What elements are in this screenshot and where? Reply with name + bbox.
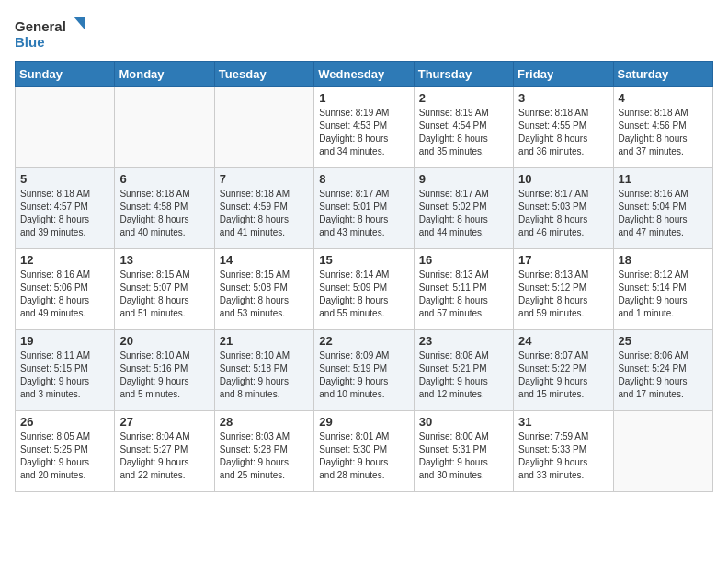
calendar-cell [613, 411, 712, 492]
day-number: 5 [20, 172, 109, 186]
weekday-header-wednesday: Wednesday [314, 62, 414, 87]
calendar-cell: 2Sunrise: 8:19 AM Sunset: 4:54 PM Daylig… [414, 87, 513, 168]
calendar-cell: 25Sunrise: 8:06 AM Sunset: 5:24 PM Dayli… [613, 330, 712, 411]
calendar-cell: 4Sunrise: 8:18 AM Sunset: 4:56 PM Daylig… [613, 87, 712, 168]
day-info: Sunrise: 8:18 AM Sunset: 4:59 PM Dayligh… [220, 188, 309, 239]
calendar-cell: 13Sunrise: 8:15 AM Sunset: 5:07 PM Dayli… [115, 249, 214, 330]
day-info: Sunrise: 8:16 AM Sunset: 5:06 PM Dayligh… [20, 269, 109, 320]
day-number: 23 [419, 334, 508, 348]
day-info: Sunrise: 8:10 AM Sunset: 5:18 PM Dayligh… [220, 350, 309, 401]
calendar-cell: 28Sunrise: 8:03 AM Sunset: 5:28 PM Dayli… [214, 411, 313, 492]
day-info: Sunrise: 8:15 AM Sunset: 5:08 PM Dayligh… [220, 269, 309, 320]
day-info: Sunrise: 8:19 AM Sunset: 4:53 PM Dayligh… [319, 107, 408, 158]
calendar-cell: 18Sunrise: 8:12 AM Sunset: 5:14 PM Dayli… [613, 249, 712, 330]
day-info: Sunrise: 8:18 AM Sunset: 4:56 PM Dayligh… [619, 107, 708, 158]
calendar-cell: 30Sunrise: 8:00 AM Sunset: 5:31 PM Dayli… [414, 411, 513, 492]
calendar-cell: 24Sunrise: 8:07 AM Sunset: 5:22 PM Dayli… [514, 330, 613, 411]
calendar-cell: 20Sunrise: 8:10 AM Sunset: 5:16 PM Dayli… [115, 330, 214, 411]
weekday-header-row: SundayMondayTuesdayWednesdayThursdayFrid… [16, 62, 713, 87]
day-number: 26 [20, 415, 109, 429]
day-info: Sunrise: 8:11 AM Sunset: 5:15 PM Dayligh… [20, 350, 109, 401]
calendar-cell: 5Sunrise: 8:18 AM Sunset: 4:57 PM Daylig… [16, 168, 115, 249]
weekday-header-friday: Friday [514, 62, 613, 87]
calendar-cell: 10Sunrise: 8:17 AM Sunset: 5:03 PM Dayli… [514, 168, 613, 249]
day-number: 29 [319, 415, 408, 429]
day-info: Sunrise: 8:16 AM Sunset: 5:04 PM Dayligh… [619, 188, 708, 239]
calendar-cell: 14Sunrise: 8:15 AM Sunset: 5:08 PM Dayli… [214, 249, 313, 330]
day-info: Sunrise: 8:01 AM Sunset: 5:30 PM Dayligh… [319, 431, 408, 482]
day-info: Sunrise: 8:18 AM Sunset: 4:55 PM Dayligh… [518, 107, 608, 158]
calendar-cell: 31Sunrise: 7:59 AM Sunset: 5:33 PM Dayli… [514, 411, 613, 492]
day-number: 13 [119, 253, 209, 267]
day-info: Sunrise: 8:13 AM Sunset: 5:12 PM Dayligh… [518, 269, 608, 320]
day-info: Sunrise: 8:09 AM Sunset: 5:19 PM Dayligh… [319, 350, 408, 401]
calendar-cell: 27Sunrise: 8:04 AM Sunset: 5:27 PM Dayli… [115, 411, 214, 492]
day-number: 28 [220, 415, 309, 429]
day-info: Sunrise: 8:18 AM Sunset: 4:58 PM Dayligh… [119, 188, 209, 239]
calendar: SundayMondayTuesdayWednesdayThursdayFrid… [15, 61, 713, 492]
calendar-cell [214, 87, 313, 168]
svg-text:Blue: Blue [15, 34, 45, 50]
svg-marker-2 [74, 17, 85, 29]
day-number: 7 [220, 172, 309, 186]
day-info: Sunrise: 8:08 AM Sunset: 5:21 PM Dayligh… [419, 350, 508, 401]
calendar-cell: 11Sunrise: 8:16 AM Sunset: 5:04 PM Dayli… [613, 168, 712, 249]
calendar-cell: 23Sunrise: 8:08 AM Sunset: 5:21 PM Dayli… [414, 330, 513, 411]
day-number: 30 [419, 415, 508, 429]
page-header: GeneralBlue [15, 15, 713, 52]
day-info: Sunrise: 8:04 AM Sunset: 5:27 PM Dayligh… [119, 431, 209, 482]
calendar-cell: 6Sunrise: 8:18 AM Sunset: 4:58 PM Daylig… [115, 168, 214, 249]
day-info: Sunrise: 8:05 AM Sunset: 5:25 PM Dayligh… [20, 431, 109, 482]
day-info: Sunrise: 8:06 AM Sunset: 5:24 PM Dayligh… [619, 350, 708, 401]
logo-icon: GeneralBlue [15, 15, 88, 52]
day-number: 6 [119, 172, 209, 186]
weekday-header-thursday: Thursday [414, 62, 513, 87]
day-info: Sunrise: 8:07 AM Sunset: 5:22 PM Dayligh… [518, 350, 608, 401]
calendar-week-row: 1Sunrise: 8:19 AM Sunset: 4:53 PM Daylig… [16, 87, 713, 168]
calendar-cell: 29Sunrise: 8:01 AM Sunset: 5:30 PM Dayli… [314, 411, 414, 492]
day-info: Sunrise: 8:12 AM Sunset: 5:14 PM Dayligh… [619, 269, 708, 320]
day-info: Sunrise: 8:19 AM Sunset: 4:54 PM Dayligh… [419, 107, 508, 158]
day-info: Sunrise: 8:17 AM Sunset: 5:02 PM Dayligh… [419, 188, 508, 239]
calendar-cell: 12Sunrise: 8:16 AM Sunset: 5:06 PM Dayli… [16, 249, 115, 330]
day-info: Sunrise: 8:18 AM Sunset: 4:57 PM Dayligh… [20, 188, 109, 239]
day-number: 14 [220, 253, 309, 267]
day-info: Sunrise: 8:14 AM Sunset: 5:09 PM Dayligh… [319, 269, 408, 320]
calendar-cell [16, 87, 115, 168]
day-info: Sunrise: 8:17 AM Sunset: 5:01 PM Dayligh… [319, 188, 408, 239]
day-number: 19 [20, 334, 109, 348]
day-number: 12 [20, 253, 109, 267]
weekday-header-tuesday: Tuesday [214, 62, 313, 87]
calendar-cell [115, 87, 214, 168]
day-number: 24 [518, 334, 608, 348]
day-number: 8 [319, 172, 408, 186]
day-number: 10 [518, 172, 608, 186]
day-number: 9 [419, 172, 508, 186]
day-info: Sunrise: 8:10 AM Sunset: 5:16 PM Dayligh… [119, 350, 209, 401]
day-number: 15 [319, 253, 408, 267]
calendar-cell: 16Sunrise: 8:13 AM Sunset: 5:11 PM Dayli… [414, 249, 513, 330]
svg-text:General: General [15, 18, 66, 34]
day-number: 3 [518, 91, 608, 105]
day-number: 20 [119, 334, 209, 348]
day-info: Sunrise: 7:59 AM Sunset: 5:33 PM Dayligh… [518, 431, 608, 482]
day-number: 1 [319, 91, 408, 105]
day-info: Sunrise: 8:13 AM Sunset: 5:11 PM Dayligh… [419, 269, 508, 320]
calendar-cell: 21Sunrise: 8:10 AM Sunset: 5:18 PM Dayli… [214, 330, 313, 411]
calendar-cell: 19Sunrise: 8:11 AM Sunset: 5:15 PM Dayli… [16, 330, 115, 411]
logo: GeneralBlue [15, 15, 88, 52]
day-number: 27 [119, 415, 209, 429]
day-info: Sunrise: 8:17 AM Sunset: 5:03 PM Dayligh… [518, 188, 608, 239]
weekday-header-sunday: Sunday [16, 62, 115, 87]
calendar-week-row: 5Sunrise: 8:18 AM Sunset: 4:57 PM Daylig… [16, 168, 713, 249]
day-number: 25 [619, 334, 708, 348]
weekday-header-saturday: Saturday [613, 62, 712, 87]
calendar-cell: 3Sunrise: 8:18 AM Sunset: 4:55 PM Daylig… [514, 87, 613, 168]
weekday-header-monday: Monday [115, 62, 214, 87]
calendar-week-row: 26Sunrise: 8:05 AM Sunset: 5:25 PM Dayli… [16, 411, 713, 492]
day-info: Sunrise: 8:03 AM Sunset: 5:28 PM Dayligh… [220, 431, 309, 482]
day-number: 17 [518, 253, 608, 267]
calendar-cell: 8Sunrise: 8:17 AM Sunset: 5:01 PM Daylig… [314, 168, 414, 249]
calendar-cell: 15Sunrise: 8:14 AM Sunset: 5:09 PM Dayli… [314, 249, 414, 330]
calendar-cell: 9Sunrise: 8:17 AM Sunset: 5:02 PM Daylig… [414, 168, 513, 249]
